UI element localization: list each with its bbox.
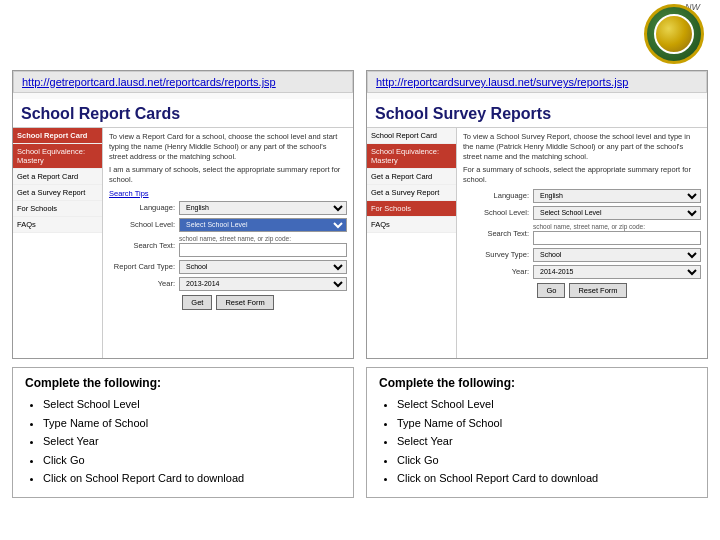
left-sidebar-item-2[interactable]: Get a Report Card bbox=[13, 169, 102, 185]
right-instructions: Complete the following: Select School Le… bbox=[366, 367, 708, 498]
left-panel-title: School Report Cards bbox=[13, 99, 353, 128]
right-sidebar: School Report Card School Equivalence: M… bbox=[367, 128, 457, 358]
right-go-button[interactable]: Go bbox=[537, 283, 565, 298]
right-panel-inner: School Report Card School Equivalence: M… bbox=[367, 128, 707, 358]
left-school-level-row: School Level: Select School Level bbox=[109, 218, 347, 232]
list-item: Select School Level bbox=[397, 396, 695, 414]
left-sidebar-item-4[interactable]: For Schools bbox=[13, 201, 102, 217]
right-sidebar-item-1[interactable]: School Equivalence: Mastery bbox=[367, 144, 456, 169]
right-panel-title: School Survey Reports bbox=[367, 99, 707, 128]
right-search-input[interactable] bbox=[533, 231, 701, 245]
left-get-button[interactable]: Get bbox=[182, 295, 212, 310]
left-report-type-select[interactable]: School bbox=[179, 260, 347, 274]
left-form-area: To view a Report Card for a school, choo… bbox=[103, 128, 353, 358]
list-item: Click on School Report Card to download bbox=[397, 470, 695, 488]
left-school-level-select[interactable]: Select School Level bbox=[179, 218, 347, 232]
right-sidebar-item-3[interactable]: Get a Survey Report bbox=[367, 185, 456, 201]
bottom-section: Complete the following: Select School Le… bbox=[0, 361, 720, 504]
right-language-label: Language: bbox=[463, 191, 533, 200]
left-search-input[interactable] bbox=[179, 243, 347, 257]
right-year-label: Year: bbox=[463, 267, 533, 276]
right-survey-type-row: Survey Type: School bbox=[463, 248, 701, 262]
right-survey-type-label: Survey Type: bbox=[463, 250, 533, 259]
left-search-text-row: Search Text: school name, street name, o… bbox=[109, 235, 347, 257]
right-survey-type-select[interactable]: School bbox=[533, 248, 701, 262]
right-link-bar: http://reportcardsurvey.lausd.net/survey… bbox=[367, 71, 707, 93]
left-sidebar-item-3[interactable]: Get a Survey Report bbox=[13, 185, 102, 201]
left-search-text-label: Search Text: bbox=[109, 241, 179, 250]
list-item: Select Year bbox=[397, 433, 695, 451]
left-report-type-row: Report Card Type: School bbox=[109, 260, 347, 274]
left-year-row: Year: 2013-2014 bbox=[109, 277, 347, 291]
left-desc1: To view a Report Card for a school, choo… bbox=[109, 132, 347, 161]
right-desc2: For a summary of schools, select the app… bbox=[463, 165, 701, 185]
left-report-type-label: Report Card Type: bbox=[109, 262, 179, 271]
left-search-tip[interactable]: Search Tips bbox=[109, 189, 347, 198]
right-language-row: Language: English bbox=[463, 189, 701, 203]
left-language-row: Language: English bbox=[109, 201, 347, 215]
left-language-label: Language: bbox=[109, 203, 179, 212]
right-language-select[interactable]: English bbox=[533, 189, 701, 203]
left-sidebar: School Report Card School Equivalence: M… bbox=[13, 128, 103, 358]
left-sidebar-item-1[interactable]: School Equivalence: Mastery bbox=[13, 144, 102, 169]
right-reset-button[interactable]: Reset Form bbox=[569, 283, 626, 298]
left-instructions-title: Complete the following: bbox=[25, 376, 341, 390]
left-btn-row: Get Reset Form bbox=[109, 295, 347, 310]
logo bbox=[644, 4, 704, 64]
right-desc1: To view a School Survey Report, choose t… bbox=[463, 132, 701, 161]
left-link[interactable]: http://getreportcard.lausd.net/reportcar… bbox=[22, 76, 276, 88]
right-link[interactable]: http://reportcardsurvey.lausd.net/survey… bbox=[376, 76, 628, 88]
left-sidebar-item-0[interactable]: School Report Card bbox=[13, 128, 102, 144]
left-year-select[interactable]: 2013-2014 bbox=[179, 277, 347, 291]
left-reset-button[interactable]: Reset Form bbox=[216, 295, 273, 310]
left-search-note: school name, street name, or zip code: bbox=[179, 235, 347, 242]
left-sidebar-item-5[interactable]: FAQs bbox=[13, 217, 102, 233]
list-item: Click Go bbox=[43, 452, 341, 470]
left-instructions-list: Select School Level Type Name of School … bbox=[25, 396, 341, 488]
list-item: Type Name of School bbox=[397, 415, 695, 433]
list-item: Select Year bbox=[43, 433, 341, 451]
right-instructions-list: Select School Level Type Name of School … bbox=[379, 396, 695, 488]
right-sidebar-item-2[interactable]: Get a Report Card bbox=[367, 169, 456, 185]
main-content: http://getreportcard.lausd.net/reportcar… bbox=[0, 70, 720, 359]
left-year-label: Year: bbox=[109, 279, 179, 288]
logo-inner bbox=[654, 14, 694, 54]
left-instructions: Complete the following: Select School Le… bbox=[12, 367, 354, 498]
left-desc2: I am a summary of schools, select the ap… bbox=[109, 165, 347, 185]
list-item: Select School Level bbox=[43, 396, 341, 414]
right-instructions-title: Complete the following: bbox=[379, 376, 695, 390]
left-school-level-label: School Level: bbox=[109, 220, 179, 229]
list-item: Click on School Report Card to download bbox=[43, 470, 341, 488]
top-bar: NW bbox=[0, 0, 720, 70]
right-panel: http://reportcardsurvey.lausd.net/survey… bbox=[366, 70, 708, 359]
right-search-text-label: Search Text: bbox=[463, 229, 533, 238]
right-search-note: school name, street name, or zip code: bbox=[533, 223, 701, 230]
right-school-level-select[interactable]: Select School Level bbox=[533, 206, 701, 220]
right-school-level-row: School Level: Select School Level bbox=[463, 206, 701, 220]
list-item: Type Name of School bbox=[43, 415, 341, 433]
left-language-select[interactable]: English bbox=[179, 201, 347, 215]
list-item: Click Go bbox=[397, 452, 695, 470]
right-sidebar-item-5[interactable]: FAQs bbox=[367, 217, 456, 233]
right-school-level-label: School Level: bbox=[463, 208, 533, 217]
right-sidebar-item-4[interactable]: For Schools bbox=[367, 201, 456, 217]
right-sidebar-item-0[interactable]: School Report Card bbox=[367, 128, 456, 144]
right-form-area: To view a School Survey Report, choose t… bbox=[457, 128, 707, 358]
right-year-select[interactable]: 2014-2015 bbox=[533, 265, 701, 279]
right-search-text-row: Search Text: school name, street name, o… bbox=[463, 223, 701, 245]
right-btn-row: Go Reset Form bbox=[463, 283, 701, 298]
left-panel-inner: School Report Card School Equivalence: M… bbox=[13, 128, 353, 358]
right-year-row: Year: 2014-2015 bbox=[463, 265, 701, 279]
left-panel: http://getreportcard.lausd.net/reportcar… bbox=[12, 70, 354, 359]
left-link-bar: http://getreportcard.lausd.net/reportcar… bbox=[13, 71, 353, 93]
